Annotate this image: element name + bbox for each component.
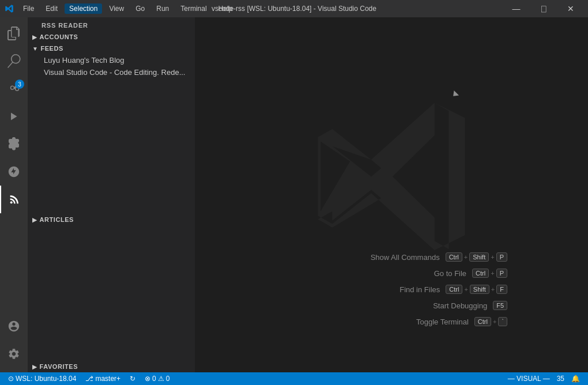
activity-bar: 3 — [0, 17, 28, 372]
plus-icon-2: + — [491, 254, 494, 261]
feed-item-1[interactable]: Luyu Huang's Tech Blog — [28, 54, 195, 66]
minimize-button[interactable]: — — [503, 0, 529, 17]
main-layout: 3 RSS READER ▶ ACCOUNTS — [0, 17, 588, 372]
feeds-section-header[interactable]: ▼ FEEDS — [28, 43, 195, 54]
accounts-chevron-icon: ▶ — [32, 34, 37, 40]
bell-icon: 🔔 — [571, 375, 580, 383]
feeds-chevron-icon: ▼ — [32, 46, 38, 52]
key-ctrl-3: Ctrl — [446, 285, 462, 294]
favorites-section-header[interactable]: ▶ FAVORITES — [28, 361, 195, 372]
plus-icon-5: + — [491, 286, 495, 293]
articles-label: ARTICLES — [40, 216, 74, 223]
shortcut-row-4: Start Debugging F5 — [365, 301, 507, 310]
menu-terminal[interactable]: Terminal — [176, 3, 211, 14]
favorites-chevron-icon: ▶ — [32, 364, 37, 370]
wsl-label: WSL: Ubuntu-18.04 — [16, 375, 76, 383]
source-control-badge: 3 — [15, 80, 24, 89]
source-control-activity-icon[interactable]: 3 — [0, 75, 28, 103]
menu-selection[interactable]: Selection — [65, 3, 102, 14]
feeds-label: FEEDS — [40, 45, 63, 52]
key-shift: Shift — [469, 252, 489, 262]
remote-activity-icon[interactable] — [0, 158, 28, 186]
error-count: 0 — [152, 375, 156, 383]
error-icon: ⊗ — [145, 375, 150, 383]
notification-item[interactable]: 🔔 — [568, 372, 583, 385]
accounts-section-header[interactable]: ▶ ACCOUNTS — [28, 31, 195, 43]
plus-icon-4: + — [464, 286, 468, 293]
settings-activity-icon[interactable] — [0, 340, 28, 368]
accounts-activity-icon[interactable] — [0, 312, 28, 340]
key-ctrl-2: Ctrl — [472, 269, 489, 278]
shortcut-label-1: Show All Commands — [365, 253, 440, 262]
shortcut-keys-5: Ctrl + ` — [474, 317, 507, 326]
shortcut-row-5: Toggle Terminal Ctrl + ` — [365, 317, 507, 326]
shortcut-label-4: Start Debugging — [412, 301, 487, 310]
sidebar-title: RSS READER — [28, 17, 195, 31]
shortcut-label-5: Toggle Terminal — [394, 318, 469, 326]
window-title: vscode-rss [WSL: Ubuntu-18.04] - Visual … — [212, 5, 376, 13]
search-activity-icon[interactable] — [0, 47, 28, 75]
shortcut-row-3: Find in Files Ctrl + Shift + F — [365, 285, 507, 294]
key-p: P — [496, 252, 507, 262]
git-branch-item[interactable]: ⎇ master+ — [82, 372, 124, 385]
warning-count: 0 — [166, 375, 170, 383]
statusbar-right: — VISUAL — 35 🔔 — [504, 372, 583, 385]
errors-item[interactable]: ⊗ 0 ⚠ 0 — [141, 372, 173, 385]
editor-area: Show All Commands Ctrl + Shift + P Go to… — [195, 17, 588, 372]
feed-item-2[interactable]: Visual Studio Code - Code Editing. Rede.… — [28, 66, 195, 78]
sync-icon: ↻ — [130, 375, 135, 383]
articles-section-header[interactable]: ▶ ARTICLES — [28, 214, 195, 225]
wsl-status-item[interactable]: ⊙ WSL: Ubuntu-18.04 — [5, 372, 80, 385]
menu-file[interactable]: File — [18, 3, 39, 14]
titlebar-left: File Edit Selection View Go Run Terminal… — [5, 3, 237, 14]
shortcuts-panel: Show All Commands Ctrl + Shift + P Go to… — [365, 252, 507, 326]
sidebar-middle-spacer — [28, 225, 195, 361]
plus-icon-3: + — [491, 270, 494, 277]
close-button[interactable]: ✕ — [557, 0, 583, 17]
shortcut-row-2: Go to File Ctrl + P — [365, 269, 507, 278]
window-controls: — ⎕ ✕ — [503, 0, 583, 17]
shortcut-label-2: Go to File — [391, 269, 466, 278]
menu-view[interactable]: View — [104, 3, 129, 14]
sidebar-spacer — [28, 78, 195, 214]
favorites-label: FAVORITES — [40, 363, 78, 370]
key-backtick: ` — [498, 317, 507, 326]
key-ctrl-4: Ctrl — [474, 317, 491, 326]
shortcut-keys-4: F5 — [493, 301, 507, 310]
key-ctrl: Ctrl — [446, 252, 462, 262]
shortcut-keys-2: Ctrl + P — [472, 269, 507, 278]
titlebar: File Edit Selection View Go Run Terminal… — [0, 0, 588, 17]
shortcut-label-3: Find in Files — [365, 285, 440, 294]
shortcut-keys-3: Ctrl + Shift + F — [446, 285, 507, 294]
shortcut-row-1: Show All Commands Ctrl + Shift + P — [365, 252, 507, 262]
vscode-logo-icon — [5, 4, 14, 13]
key-p-2: P — [496, 269, 507, 278]
plus-icon: + — [464, 254, 468, 261]
rss-activity-icon[interactable] — [0, 186, 28, 213]
key-f5: F5 — [493, 301, 507, 310]
maximize-button[interactable]: ⎕ — [530, 0, 556, 17]
plus-icon-6: + — [493, 318, 496, 325]
vim-mode-item[interactable]: — VISUAL — — [504, 372, 553, 385]
run-activity-icon[interactable] — [0, 103, 28, 130]
accounts-label: ACCOUNTS — [40, 33, 78, 40]
branch-icon: ⎇ — [85, 375, 93, 383]
vscode-watermark — [305, 90, 478, 265]
explorer-activity-icon[interactable] — [0, 20, 28, 47]
key-f: F — [496, 285, 507, 294]
line-number: 35 — [557, 375, 564, 383]
warning-icon: ⚠ — [158, 375, 164, 383]
sync-item[interactable]: ↻ — [126, 372, 139, 385]
menu-run[interactable]: Run — [152, 3, 174, 14]
statusbar: ⊙ WSL: Ubuntu-18.04 ⎇ master+ ↻ ⊗ 0 ⚠ 0 … — [0, 372, 588, 385]
svg-point-0 — [10, 201, 13, 203]
key-shift-2: Shift — [470, 285, 489, 294]
extensions-activity-icon[interactable] — [0, 130, 28, 158]
menu-edit[interactable]: Edit — [41, 3, 62, 14]
articles-chevron-icon: ▶ — [32, 217, 37, 223]
activity-bar-bottom — [0, 312, 28, 372]
menu-go[interactable]: Go — [131, 3, 149, 14]
vim-mode-label: — VISUAL — — [508, 375, 550, 383]
line-col-item[interactable]: 35 — [553, 372, 568, 385]
branch-name: master+ — [95, 375, 120, 383]
